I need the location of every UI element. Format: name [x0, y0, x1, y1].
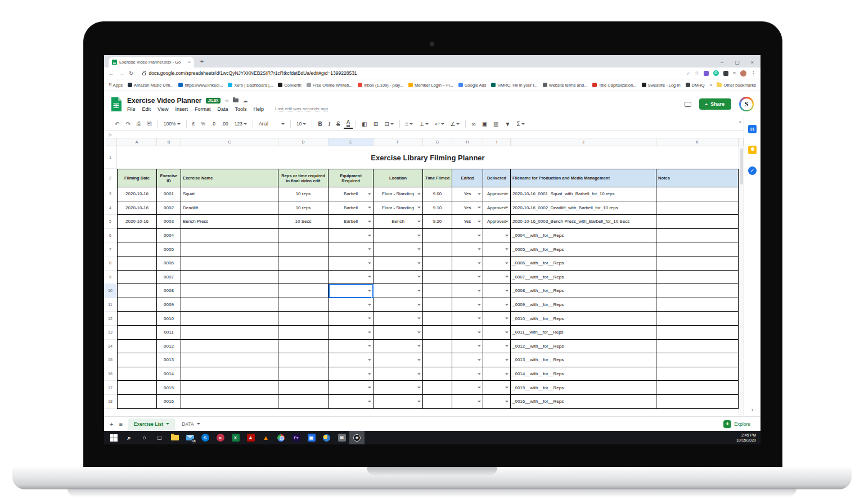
dropdown-icon[interactable] — [368, 304, 371, 305]
cell-K4[interactable] — [656, 201, 739, 215]
cell-D17[interactable] — [278, 381, 328, 395]
bookmark-star-icon[interactable]: ☆ — [695, 70, 699, 76]
cell-B6[interactable]: 0004 — [157, 229, 181, 243]
vertical-scrollbar[interactable] — [739, 146, 744, 415]
cell-A14[interactable] — [117, 340, 157, 354]
filter-icon[interactable]: ▼ — [502, 120, 514, 128]
dropdown-icon[interactable] — [417, 400, 421, 402]
cell-C4[interactable]: Deadlift — [181, 201, 278, 215]
row-header-9[interactable]: 9 — [104, 271, 117, 285]
dropdown-icon[interactable] — [505, 193, 508, 195]
dropdown-icon[interactable] — [417, 290, 421, 291]
cell-F7[interactable] — [374, 242, 423, 256]
dropdown-icon[interactable] — [478, 359, 481, 361]
search-icon[interactable]: ⌕ — [122, 431, 137, 444]
premiere-icon[interactable]: Pr — [289, 431, 304, 444]
column-header-K[interactable]: K — [656, 138, 739, 146]
sheets-logo[interactable] — [111, 97, 122, 111]
cell-G5[interactable]: 9.20 — [423, 215, 452, 229]
cell-B10[interactable]: 0008 — [157, 284, 181, 298]
dropdown-icon[interactable] — [478, 304, 481, 305]
row-header-13[interactable]: 13 — [104, 326, 117, 340]
cell-A10[interactable] — [117, 284, 157, 298]
obs-icon[interactable]: ◉ — [349, 431, 364, 444]
share-button[interactable]: + Share — [699, 98, 731, 110]
dropdown-icon[interactable] — [505, 359, 508, 361]
cell-G15[interactable] — [423, 353, 452, 367]
chrome-icon[interactable] — [273, 431, 289, 444]
header-cell-C2[interactable]: Exercise Name — [181, 169, 278, 187]
dropdown-icon[interactable] — [368, 276, 371, 278]
cell-A8[interactable] — [117, 256, 157, 271]
dropdown-icon[interactable] — [368, 220, 371, 222]
cell-G7[interactable] — [423, 242, 452, 256]
cell-H14[interactable] — [452, 340, 483, 354]
dropdown-icon[interactable] — [478, 290, 481, 291]
column-header-F[interactable]: F — [374, 138, 423, 146]
cell-F5[interactable]: Bench — [374, 215, 423, 229]
cell-C5[interactable]: Bench Press — [181, 215, 278, 229]
menu-help[interactable]: Help — [253, 106, 264, 112]
dropdown-icon[interactable] — [505, 318, 508, 320]
dropdown-icon[interactable] — [417, 359, 421, 361]
cell-D3[interactable]: 10 reps — [278, 187, 328, 201]
menu-edit[interactable]: Edit — [142, 106, 151, 112]
cell-H4[interactable]: Yes — [452, 201, 483, 215]
cell-D13[interactable] — [278, 326, 328, 340]
column-header-E[interactable]: E — [328, 138, 374, 146]
dropdown-icon[interactable] — [478, 387, 481, 389]
dropdown-icon[interactable] — [417, 235, 421, 236]
cell-A15[interactable] — [117, 353, 157, 367]
cell-J7[interactable]: _0005__with__for__Reps — [511, 242, 656, 256]
capture-tool-icon[interactable]: × — [213, 431, 228, 444]
cell-E16[interactable] — [328, 367, 374, 381]
dropdown-icon[interactable] — [505, 249, 508, 250]
cell-K13[interactable] — [656, 326, 739, 340]
dropdown-icon[interactable] — [478, 220, 481, 222]
cell-D15[interactable] — [278, 353, 328, 367]
cell-B16[interactable]: 0014 — [157, 367, 181, 381]
cell-D6[interactable] — [278, 229, 328, 243]
merge-cells-icon[interactable]: ⊡ — [381, 120, 396, 128]
document-title[interactable]: Exercise Video Planner — [127, 97, 202, 105]
task-view-icon[interactable]: □ — [152, 431, 167, 444]
cell-F11[interactable] — [374, 298, 423, 312]
dropdown-icon[interactable] — [478, 193, 481, 195]
text-color-icon[interactable]: A — [344, 119, 353, 129]
minimize-icon[interactable]: – — [721, 60, 723, 65]
cell-J12[interactable]: _0010__with__for__Reps — [511, 312, 656, 326]
header-cell-H2[interactable]: Edited — [452, 169, 483, 187]
header-cell-A2[interactable]: Filming Date — [117, 169, 157, 187]
fill-color-icon[interactable]: ◧ — [359, 120, 370, 128]
dropdown-icon[interactable] — [417, 249, 421, 250]
cell-E15[interactable] — [328, 353, 374, 367]
cell-D9[interactable] — [278, 271, 328, 285]
print-icon[interactable]: ⎙ — [134, 119, 144, 128]
dropdown-icon[interactable] — [417, 331, 421, 333]
mail-icon[interactable]: 18 — [182, 431, 197, 444]
paint-format-icon[interactable]: ⎘ — [145, 119, 155, 128]
start-icon[interactable] — [106, 431, 122, 444]
globe-icon[interactable] — [319, 431, 334, 444]
cell-I15[interactable] — [483, 353, 511, 367]
column-header-J[interactable]: J — [511, 138, 656, 146]
cell-J3[interactable]: 2020-10-16_0001_Squat_with_Barbell_for_1… — [511, 187, 656, 201]
cell-B7[interactable]: 0005 — [157, 242, 181, 256]
cell-A3[interactable]: 2020-10-16 — [117, 187, 157, 201]
dropdown-icon[interactable] — [505, 331, 508, 333]
apps-shortcut[interactable]: ⠿ Apps — [109, 83, 123, 88]
number-format-icon[interactable]: 123 — [232, 120, 250, 128]
dropdown-icon[interactable] — [478, 373, 481, 375]
cell-E9[interactable] — [328, 271, 374, 285]
cell-G11[interactable] — [423, 298, 452, 312]
grammarly-icon[interactable]: G — [713, 70, 719, 76]
header-cell-F2[interactable]: Location — [374, 169, 423, 187]
cell-D11[interactable] — [278, 298, 328, 312]
cell-H7[interactable] — [452, 242, 483, 256]
row-header-14[interactable]: 14 — [104, 340, 117, 354]
cell-G14[interactable] — [423, 340, 452, 354]
header-cell-G2[interactable]: Time Filmed — [423, 169, 452, 187]
format-currency-pound-icon[interactable]: £ — [190, 120, 198, 128]
dropdown-icon[interactable] — [478, 262, 481, 264]
horizontal-align-icon[interactable]: ≡ — [403, 120, 416, 128]
